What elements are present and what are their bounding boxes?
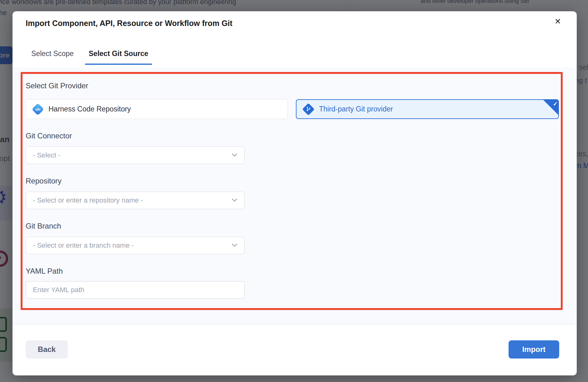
selected-corner-ribbon: ✓ (543, 99, 559, 116)
provider-card-third-party-git[interactable]: Third-party Git provider ✓ (296, 99, 559, 119)
provider-card-harness-code[interactable]: </> Harness Code Repository (26, 99, 288, 119)
code-diamond-icon: </> (31, 102, 45, 116)
tab-select-scope[interactable]: Select Scope (28, 49, 78, 65)
git-connector-dropdown[interactable]: - Select - (26, 147, 245, 164)
git-branch-label: Git Branch (26, 222, 61, 230)
git-connector-label: Git Connector (26, 132, 72, 140)
provider-card-label: Harness Code Repository (48, 105, 131, 113)
chevron-down-icon (232, 152, 237, 158)
close-icon[interactable]: ✕ (555, 18, 561, 25)
git-branch-dropdown[interactable]: - Select or enter a branch name - (26, 237, 245, 254)
chevron-down-icon (232, 243, 237, 248)
repository-dropdown[interactable]: - Select or enter a repository name - (26, 192, 245, 209)
yaml-path-input[interactable] (26, 281, 245, 299)
import-button[interactable]: Import (509, 340, 559, 359)
provider-card-label: Third-party Git provider (319, 105, 393, 113)
chevron-down-icon (232, 198, 237, 203)
dropdown-placeholder: - Select or enter a branch name - (33, 241, 232, 250)
git-diamond-icon (302, 102, 315, 116)
modal-tabs: Select Scope Select Git Source (28, 49, 152, 65)
git-provider-label: Select Git Provider (26, 81, 88, 90)
dropdown-placeholder: - Select or enter a repository name - (33, 196, 232, 204)
repository-label: Repository (26, 177, 62, 185)
import-from-git-modal: Import Component, API, Resource or Workf… (13, 11, 577, 375)
yaml-path-label: YAML Path (26, 267, 63, 276)
check-icon: ✓ (553, 101, 558, 107)
modal-title: Import Component, API, Resource or Workf… (26, 19, 232, 28)
tab-select-git-source[interactable]: Select Git Source (85, 49, 152, 65)
back-button[interactable]: Back (26, 340, 68, 359)
page: vice workflows are pre-defined templates… (0, 0, 588, 382)
footer-divider (13, 324, 577, 324)
dropdown-placeholder: - Select - (33, 151, 232, 159)
